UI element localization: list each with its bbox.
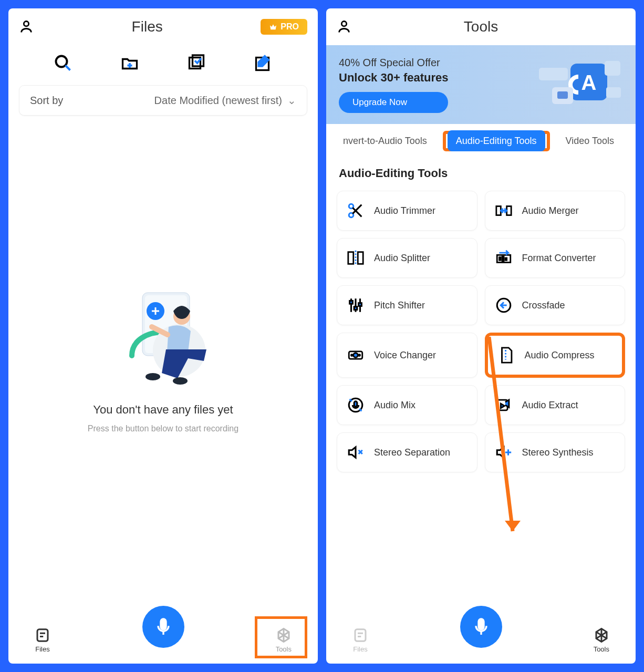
tool-stereo-separation[interactable]: Stereo Separation bbox=[337, 432, 477, 472]
tool-crossfade[interactable]: Crossfade bbox=[485, 285, 626, 325]
svg-rect-17 bbox=[37, 629, 48, 642]
page-title: Tools bbox=[464, 18, 498, 35]
search-icon[interactable] bbox=[54, 54, 72, 73]
speaker-plus-icon bbox=[495, 443, 513, 461]
svg-rect-42 bbox=[505, 258, 506, 260]
tool-voice-changer[interactable]: Voice Changer bbox=[337, 333, 477, 378]
svg-rect-47 bbox=[354, 307, 357, 310]
nav-files[interactable]: Files bbox=[352, 627, 368, 653]
tool-audio-extract[interactable]: Audio Extract bbox=[485, 385, 626, 425]
svg-rect-48 bbox=[359, 303, 362, 306]
tool-label: Audio Mix bbox=[374, 400, 416, 411]
empty-illustration bbox=[100, 282, 226, 387]
tool-label: Audio Splitter bbox=[374, 253, 430, 264]
tool-stereo-synthesis[interactable]: Stereo Synthesis bbox=[485, 432, 626, 472]
splitter-icon bbox=[347, 249, 365, 267]
files-screen: Files PRO Sort by Date Modified (newest … bbox=[8, 8, 318, 664]
tool-label: Format Converter bbox=[522, 253, 596, 264]
extract-icon bbox=[495, 396, 513, 414]
svg-rect-28 bbox=[605, 61, 620, 76]
convert-icon bbox=[495, 249, 513, 267]
edit-icon[interactable] bbox=[254, 54, 273, 73]
record-button[interactable] bbox=[460, 606, 502, 648]
pro-badge[interactable]: PRO bbox=[261, 19, 307, 35]
nav-files-label: Files bbox=[353, 645, 367, 653]
tool-label: Audio Extract bbox=[522, 400, 578, 411]
page-title: Files bbox=[132, 18, 163, 35]
svg-rect-36 bbox=[348, 252, 354, 264]
tabs: nvert-to-Audio Tools Audio-Editing Tools… bbox=[326, 124, 636, 158]
sort-value: Date Modified (newest first) bbox=[154, 95, 282, 107]
tools-screen: Tools 40% Off Special Offer Unlock 30+ f… bbox=[326, 8, 636, 664]
promo-graphic: A bbox=[528, 58, 623, 111]
chevron-down-icon: ⌄ bbox=[287, 94, 296, 107]
tool-audio-compress[interactable]: Audio Compress bbox=[485, 333, 626, 378]
svg-line-2 bbox=[65, 66, 70, 70]
nav-tools-label: Tools bbox=[594, 645, 609, 653]
files-header: Files PRO bbox=[8, 8, 318, 45]
tab-convert[interactable]: nvert-to-Audio Tools bbox=[335, 130, 435, 152]
svg-text:A: A bbox=[581, 71, 597, 94]
user-icon[interactable] bbox=[337, 19, 351, 34]
tool-label: Stereo Synthesis bbox=[522, 447, 594, 458]
promo-banner[interactable]: 40% Off Special Offer Unlock 30+ feature… bbox=[326, 45, 636, 124]
promo-line1: 40% Off Special Offer bbox=[339, 57, 448, 69]
user-icon[interactable] bbox=[19, 19, 34, 34]
record-button[interactable] bbox=[142, 606, 184, 648]
nav-files-label: Files bbox=[35, 645, 49, 653]
svg-point-15 bbox=[146, 373, 160, 380]
svg-point-53 bbox=[359, 355, 360, 356]
empty-state: You don't have any files yet Press the b… bbox=[8, 120, 318, 595]
svg-point-52 bbox=[351, 355, 353, 356]
svg-rect-64 bbox=[355, 629, 366, 642]
svg-point-22 bbox=[341, 22, 346, 26]
tool-audio-mix[interactable]: Audio Mix bbox=[337, 385, 477, 425]
nav-files[interactable]: Files bbox=[35, 627, 50, 653]
svg-rect-37 bbox=[358, 252, 363, 264]
svg-point-1 bbox=[56, 56, 67, 67]
tab-more[interactable]: T bbox=[630, 130, 636, 152]
sort-label: Sort by bbox=[30, 95, 63, 107]
tool-pitch-shifter[interactable]: Pitch Shifter bbox=[337, 285, 477, 325]
speaker-x-icon bbox=[347, 443, 365, 461]
empty-title: You don't have any files yet bbox=[93, 403, 233, 417]
tool-label: Audio Trimmer bbox=[374, 205, 435, 216]
tools-area: Audio Trimmer Audio Merger Audio Splitte… bbox=[326, 184, 636, 595]
svg-rect-67 bbox=[479, 619, 484, 629]
upgrade-button[interactable]: Upgrade Now bbox=[339, 92, 448, 113]
tool-audio-trimmer[interactable]: Audio Trimmer bbox=[337, 191, 477, 231]
promo-text: 40% Off Special Offer Unlock 30+ feature… bbox=[339, 57, 448, 113]
svg-point-0 bbox=[24, 22, 28, 26]
svg-marker-63 bbox=[505, 521, 521, 531]
sliders-icon bbox=[347, 296, 365, 314]
new-folder-icon[interactable] bbox=[120, 54, 139, 73]
voice-icon bbox=[347, 346, 365, 364]
svg-point-16 bbox=[173, 377, 188, 385]
svg-rect-29 bbox=[606, 87, 621, 98]
tools-header: Tools bbox=[326, 8, 636, 45]
promo-line2: Unlock 30+ features bbox=[339, 71, 448, 85]
select-icon[interactable] bbox=[187, 54, 206, 73]
tool-label: Audio Merger bbox=[522, 205, 579, 216]
crossfade-icon bbox=[495, 296, 513, 314]
tool-label: Pitch Shifter bbox=[374, 300, 425, 311]
sort-bar[interactable]: Sort by Date Modified (newest first) ⌄ bbox=[19, 85, 307, 116]
tab-audio-editing[interactable]: Audio-Editing Tools bbox=[448, 130, 545, 151]
tool-audio-splitter[interactable]: Audio Splitter bbox=[337, 238, 477, 278]
tool-label: Audio Compress bbox=[525, 350, 595, 361]
tool-label: Voice Changer bbox=[374, 350, 436, 361]
svg-rect-56 bbox=[354, 401, 357, 407]
tool-label: Stereo Separation bbox=[374, 447, 450, 458]
tool-audio-merger[interactable]: Audio Merger bbox=[485, 191, 626, 231]
bottom-nav: Files Tools bbox=[8, 595, 318, 664]
toolbar bbox=[8, 45, 318, 81]
tools-grid: Audio Trimmer Audio Merger Audio Splitte… bbox=[326, 184, 636, 479]
scissors-icon bbox=[347, 202, 365, 220]
empty-subtitle: Press the button below to start recordin… bbox=[88, 424, 238, 433]
merge-icon bbox=[495, 202, 513, 220]
tool-format-converter[interactable]: Format Converter bbox=[485, 238, 626, 278]
tab-video[interactable]: Video Tools bbox=[557, 130, 622, 152]
nav-tools[interactable]: Tools bbox=[594, 627, 609, 653]
sort-value-area: Date Modified (newest first) ⌄ bbox=[154, 94, 296, 107]
annotation-highlight-tools bbox=[255, 616, 307, 658]
